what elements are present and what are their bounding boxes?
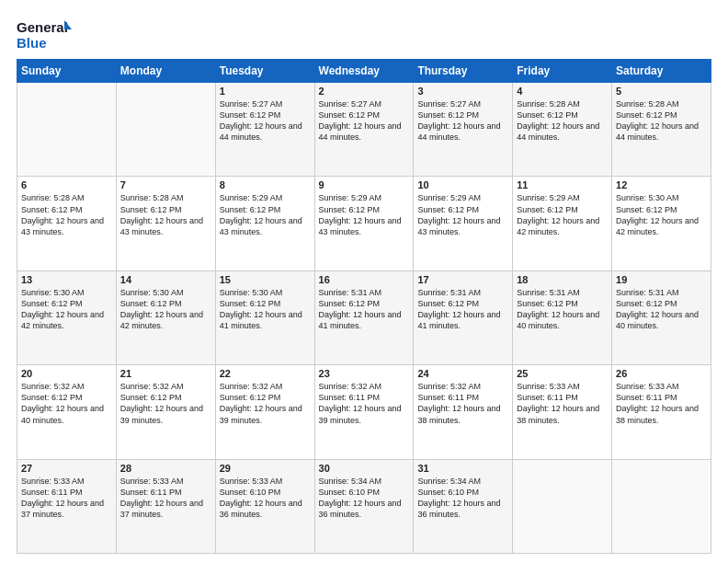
calendar-cell: 26Sunrise: 5:33 AM Sunset: 6:11 PM Dayli… (612, 365, 711, 459)
day-info: Sunrise: 5:32 AM Sunset: 6:12 PM Dayligh… (120, 381, 211, 426)
logo-svg: GeneralBlue (17, 17, 72, 52)
day-info: Sunrise: 5:32 AM Sunset: 6:12 PM Dayligh… (220, 381, 311, 426)
calendar-cell: 22Sunrise: 5:32 AM Sunset: 6:12 PM Dayli… (215, 365, 314, 459)
calendar-cell: 12Sunrise: 5:30 AM Sunset: 6:12 PM Dayli… (612, 177, 711, 270)
calendar-cell: 11Sunrise: 5:29 AM Sunset: 6:12 PM Dayli… (513, 177, 612, 270)
day-info: Sunrise: 5:33 AM Sunset: 6:11 PM Dayligh… (517, 381, 608, 426)
day-number: 17 (417, 274, 508, 285)
weekday-header-saturday: Saturday (612, 60, 711, 83)
day-number: 15 (220, 274, 311, 285)
week-row-3: 13Sunrise: 5:30 AM Sunset: 6:12 PM Dayli… (17, 270, 711, 364)
day-info: Sunrise: 5:27 AM Sunset: 6:12 PM Dayligh… (417, 98, 508, 144)
svg-text:General: General (17, 19, 68, 35)
day-info: Sunrise: 5:29 AM Sunset: 6:12 PM Dayligh… (417, 192, 508, 237)
day-info: Sunrise: 5:31 AM Sunset: 6:12 PM Dayligh… (319, 287, 410, 332)
day-info: Sunrise: 5:30 AM Sunset: 6:12 PM Dayligh… (616, 192, 707, 237)
header: GeneralBlue (17, 17, 711, 52)
day-info: Sunrise: 5:29 AM Sunset: 6:12 PM Dayligh… (220, 192, 311, 237)
day-info: Sunrise: 5:27 AM Sunset: 6:12 PM Dayligh… (220, 98, 311, 144)
calendar-cell: 13Sunrise: 5:30 AM Sunset: 6:12 PM Dayli… (17, 270, 117, 364)
day-number: 2 (319, 86, 410, 97)
week-row-5: 27Sunrise: 5:33 AM Sunset: 6:11 PM Dayli… (17, 459, 711, 553)
calendar-cell: 3Sunrise: 5:27 AM Sunset: 6:12 PM Daylig… (414, 83, 513, 177)
calendar-cell: 9Sunrise: 5:29 AM Sunset: 6:12 PM Daylig… (314, 177, 414, 270)
day-number: 24 (417, 368, 508, 379)
day-number: 31 (417, 463, 508, 474)
day-info: Sunrise: 5:33 AM Sunset: 6:11 PM Dayligh… (616, 381, 707, 426)
calendar-cell: 19Sunrise: 5:31 AM Sunset: 6:12 PM Dayli… (612, 270, 711, 364)
day-info: Sunrise: 5:30 AM Sunset: 6:12 PM Dayligh… (21, 287, 112, 332)
day-number: 21 (120, 368, 211, 379)
logo: GeneralBlue (17, 17, 72, 52)
day-info: Sunrise: 5:30 AM Sunset: 6:12 PM Dayligh… (120, 287, 211, 332)
day-number: 23 (319, 368, 410, 379)
calendar-cell: 7Sunrise: 5:28 AM Sunset: 6:12 PM Daylig… (116, 177, 215, 270)
weekday-header-monday: Monday (116, 60, 215, 83)
calendar-cell: 29Sunrise: 5:33 AM Sunset: 6:10 PM Dayli… (215, 459, 314, 553)
day-number: 25 (517, 368, 608, 379)
day-number: 10 (417, 179, 508, 190)
week-row-1: 1Sunrise: 5:27 AM Sunset: 6:12 PM Daylig… (17, 83, 711, 177)
day-number: 30 (319, 463, 410, 474)
calendar-cell (116, 83, 215, 177)
weekday-header-sunday: Sunday (17, 60, 117, 83)
day-info: Sunrise: 5:33 AM Sunset: 6:11 PM Dayligh… (120, 476, 211, 521)
day-info: Sunrise: 5:28 AM Sunset: 6:12 PM Dayligh… (120, 192, 211, 237)
calendar-cell: 15Sunrise: 5:30 AM Sunset: 6:12 PM Dayli… (215, 270, 314, 364)
calendar-cell: 16Sunrise: 5:31 AM Sunset: 6:12 PM Dayli… (314, 270, 414, 364)
day-info: Sunrise: 5:31 AM Sunset: 6:12 PM Dayligh… (616, 287, 707, 332)
day-info: Sunrise: 5:30 AM Sunset: 6:12 PM Dayligh… (220, 287, 311, 332)
day-info: Sunrise: 5:31 AM Sunset: 6:12 PM Dayligh… (517, 287, 608, 332)
calendar-cell: 1Sunrise: 5:27 AM Sunset: 6:12 PM Daylig… (215, 83, 314, 177)
calendar-cell: 31Sunrise: 5:34 AM Sunset: 6:10 PM Dayli… (414, 459, 513, 553)
page: GeneralBlue SundayMondayTuesdayWednesday… (0, 0, 728, 563)
calendar-cell: 10Sunrise: 5:29 AM Sunset: 6:12 PM Dayli… (414, 177, 513, 270)
day-info: Sunrise: 5:34 AM Sunset: 6:10 PM Dayligh… (417, 476, 508, 521)
calendar-cell: 20Sunrise: 5:32 AM Sunset: 6:12 PM Dayli… (17, 365, 117, 459)
day-number: 16 (319, 274, 410, 285)
calendar-cell: 28Sunrise: 5:33 AM Sunset: 6:11 PM Dayli… (116, 459, 215, 553)
calendar-cell: 18Sunrise: 5:31 AM Sunset: 6:12 PM Dayli… (513, 270, 612, 364)
day-info: Sunrise: 5:32 AM Sunset: 6:12 PM Dayligh… (21, 381, 112, 426)
day-info: Sunrise: 5:33 AM Sunset: 6:11 PM Dayligh… (21, 476, 112, 521)
day-number: 13 (21, 274, 112, 285)
weekday-header-wednesday: Wednesday (314, 60, 414, 83)
day-number: 5 (616, 86, 707, 97)
week-row-4: 20Sunrise: 5:32 AM Sunset: 6:12 PM Dayli… (17, 365, 711, 459)
day-number: 9 (319, 179, 410, 190)
day-number: 12 (616, 179, 707, 190)
day-number: 26 (616, 368, 707, 379)
svg-marker-2 (64, 20, 72, 29)
calendar-cell: 24Sunrise: 5:32 AM Sunset: 6:11 PM Dayli… (414, 365, 513, 459)
day-info: Sunrise: 5:28 AM Sunset: 6:12 PM Dayligh… (517, 98, 608, 144)
day-info: Sunrise: 5:29 AM Sunset: 6:12 PM Dayligh… (517, 192, 608, 237)
weekday-header-friday: Friday (513, 60, 612, 83)
day-number: 19 (616, 274, 707, 285)
calendar-cell: 4Sunrise: 5:28 AM Sunset: 6:12 PM Daylig… (513, 83, 612, 177)
calendar-cell (17, 83, 117, 177)
calendar-cell: 27Sunrise: 5:33 AM Sunset: 6:11 PM Dayli… (17, 459, 117, 553)
day-info: Sunrise: 5:28 AM Sunset: 6:12 PM Dayligh… (21, 192, 112, 237)
weekday-header-thursday: Thursday (414, 60, 513, 83)
day-info: Sunrise: 5:33 AM Sunset: 6:10 PM Dayligh… (220, 476, 311, 521)
calendar-cell: 5Sunrise: 5:28 AM Sunset: 6:12 PM Daylig… (612, 83, 711, 177)
day-number: 7 (120, 179, 211, 190)
day-info: Sunrise: 5:32 AM Sunset: 6:11 PM Dayligh… (417, 381, 508, 426)
day-info: Sunrise: 5:29 AM Sunset: 6:12 PM Dayligh… (319, 192, 410, 237)
calendar-cell: 25Sunrise: 5:33 AM Sunset: 6:11 PM Dayli… (513, 365, 612, 459)
day-number: 4 (517, 86, 608, 97)
day-number: 14 (120, 274, 211, 285)
calendar-cell: 2Sunrise: 5:27 AM Sunset: 6:12 PM Daylig… (314, 83, 414, 177)
day-info: Sunrise: 5:31 AM Sunset: 6:12 PM Dayligh… (417, 287, 508, 332)
calendar-cell (612, 459, 711, 553)
weekday-header-tuesday: Tuesday (215, 60, 314, 83)
calendar-cell: 6Sunrise: 5:28 AM Sunset: 6:12 PM Daylig… (17, 177, 117, 270)
day-info: Sunrise: 5:27 AM Sunset: 6:12 PM Dayligh… (319, 98, 410, 144)
week-row-2: 6Sunrise: 5:28 AM Sunset: 6:12 PM Daylig… (17, 177, 711, 270)
day-number: 29 (220, 463, 311, 474)
day-number: 28 (120, 463, 211, 474)
calendar-cell: 23Sunrise: 5:32 AM Sunset: 6:11 PM Dayli… (314, 365, 414, 459)
calendar-cell: 30Sunrise: 5:34 AM Sunset: 6:10 PM Dayli… (314, 459, 414, 553)
calendar-cell: 14Sunrise: 5:30 AM Sunset: 6:12 PM Dayli… (116, 270, 215, 364)
calendar-table: SundayMondayTuesdayWednesdayThursdayFrid… (17, 59, 711, 554)
